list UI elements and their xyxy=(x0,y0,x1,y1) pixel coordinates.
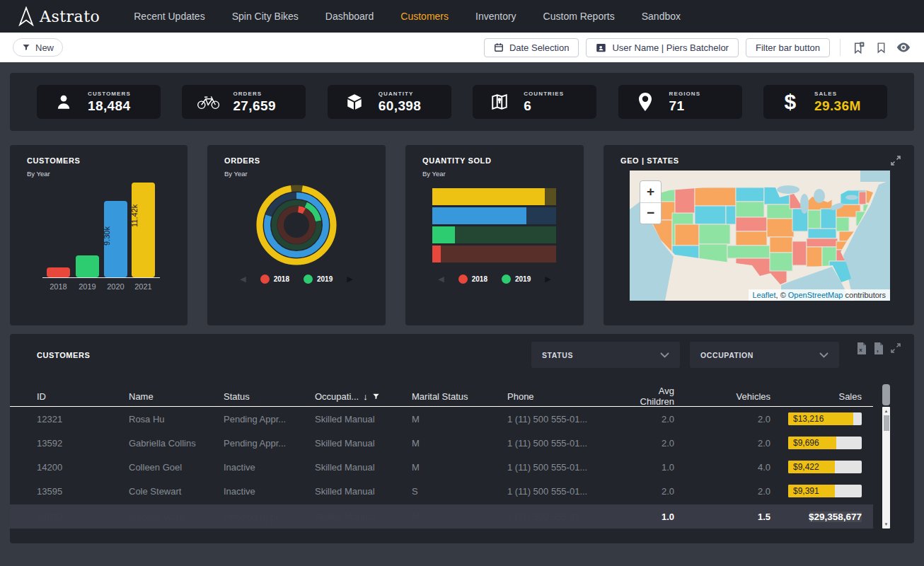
col-status[interactable]: Status xyxy=(224,391,315,402)
col-sales[interactable]: Sales xyxy=(770,391,862,402)
legend-item-2019[interactable]: 2019 xyxy=(304,275,333,284)
toolbar-right-group: Date Selection User Name | Piers Batchel… xyxy=(484,38,911,57)
filter-bar-button[interactable]: Filter bar button xyxy=(746,38,830,57)
totals-avg-children: 1.0 xyxy=(623,512,674,522)
sales-bar: $9,391 xyxy=(788,485,862,497)
kpi-value: 27,659 xyxy=(233,98,276,114)
dollar-icon: $ xyxy=(778,91,803,112)
astrato-dashboard: Astrato Recent Updates Spin City Bikes D… xyxy=(0,0,924,566)
status-filter-dropdown[interactable]: STATUS xyxy=(531,342,680,368)
chart-legend: ◀ 2018 2019 ▶ xyxy=(207,275,386,284)
table-totals-row: 1.0 1.5 $29,358,677 xyxy=(10,504,873,529)
us-states-map xyxy=(630,171,890,301)
legend-prev-arrow-icon[interactable]: ◀ xyxy=(438,275,444,283)
toolbar-divider xyxy=(840,39,841,56)
panel-subtitle: By Year xyxy=(422,170,446,178)
panel-title: CUSTOMERS xyxy=(27,156,80,165)
table-row[interactable]: 14200Colleen GoelInactive Skilled Manual… xyxy=(10,455,873,479)
expand-icon[interactable] xyxy=(890,155,901,166)
nav-item-customers[interactable]: Customers xyxy=(400,11,449,22)
bar-2018[interactable] xyxy=(47,267,70,277)
col-marital-status[interactable]: Marital Status xyxy=(412,391,507,402)
col-name[interactable]: Name xyxy=(129,391,224,402)
legend-next-arrow-icon[interactable]: ▶ xyxy=(545,275,550,283)
nav-item-inventory[interactable]: Inventory xyxy=(475,11,516,22)
table-action-icons: x , xyxy=(856,342,901,354)
panel-title: GEO | STATES xyxy=(620,156,679,165)
col-phone[interactable]: Phone xyxy=(507,391,623,402)
bookmark-add-icon[interactable] xyxy=(850,40,866,55)
expand-icon[interactable] xyxy=(890,342,901,354)
export-csv-icon[interactable]: , xyxy=(873,342,884,354)
legend-prev-arrow-icon[interactable]: ◀ xyxy=(240,275,246,283)
bar-2021[interactable] xyxy=(132,183,155,277)
kpi-orders: ORDERS 27,659 xyxy=(182,85,306,119)
qbar-2020[interactable] xyxy=(432,207,556,224)
col-occupation[interactable]: Occupati... ↓ xyxy=(315,391,412,402)
leaflet-map[interactable]: + − Leaflet, © OpenStreetMap contributor… xyxy=(630,171,890,301)
table-title: CUSTOMERS xyxy=(37,351,90,359)
package-icon xyxy=(342,93,367,111)
leaflet-link[interactable]: Leaflet xyxy=(753,291,776,299)
occupation-filter-dropdown[interactable]: OCCUPATION xyxy=(690,342,839,368)
kpi-value: 71 xyxy=(669,98,701,114)
column-filter-icon[interactable] xyxy=(372,393,380,400)
bookmark-icon[interactable] xyxy=(873,40,889,55)
legend-item-2018[interactable]: 2018 xyxy=(260,275,289,284)
legend-item-2018[interactable]: 2018 xyxy=(458,275,487,284)
qbar-2021[interactable] xyxy=(432,188,556,205)
brand-name: Astrato xyxy=(40,8,100,25)
bar-value-label: 9.30k xyxy=(103,226,111,246)
scrollbar-thumb[interactable] xyxy=(884,415,889,431)
user-name-button[interactable]: User Name | Piers Batchelor xyxy=(586,38,739,57)
kpi-value: 60,398 xyxy=(379,98,422,114)
qbar-2019[interactable] xyxy=(432,226,556,243)
map-icon xyxy=(487,93,512,111)
x-tick-2021: 2021 xyxy=(132,282,155,291)
kpi-strip: CUSTOMERS 18,484 ORDERS 27,659 QUANTITY … xyxy=(10,73,914,131)
legend-dot-red xyxy=(260,275,270,284)
map-zoom-control: + − xyxy=(640,180,662,224)
nav-item-sandbox[interactable]: Sandbox xyxy=(642,11,681,22)
bar-2019[interactable] xyxy=(76,255,99,277)
brand-logo[interactable]: Astrato xyxy=(17,6,100,26)
legend-dot-green xyxy=(304,275,313,284)
date-selection-button[interactable]: Date Selection xyxy=(484,38,579,57)
nav-item-spin-city-bikes[interactable]: Spin City Bikes xyxy=(232,11,299,22)
sales-bar: $9,422 xyxy=(788,461,862,473)
openstreetmap-link[interactable]: OpenStreetMap xyxy=(788,291,843,299)
bicycle-icon xyxy=(196,93,221,111)
nav-item-dashboard[interactable]: Dashboard xyxy=(325,11,374,22)
table-row[interactable]: 13592Gabriella CollinsPending Appr... Sk… xyxy=(10,431,873,455)
eye-icon[interactable] xyxy=(896,40,911,55)
nav-item-custom-reports[interactable]: Custom Reports xyxy=(543,11,615,22)
col-id[interactable]: ID xyxy=(37,391,129,402)
nav-item-recent-updates[interactable]: Recent Updates xyxy=(134,11,204,22)
svg-text:x: x xyxy=(859,347,862,353)
col-vehicles[interactable]: Vehicles xyxy=(674,391,770,402)
chart-legend: ◀ 2018 2019 ▶ xyxy=(405,275,584,284)
table-row[interactable]: 12321Rosa HuPending Appr... Skilled Manu… xyxy=(10,407,873,431)
kpi-regions: REGIONS 71 xyxy=(618,85,742,119)
chevron-down-icon xyxy=(660,352,669,358)
export-excel-icon[interactable]: x xyxy=(856,342,867,354)
kpi-value: 18,484 xyxy=(88,98,131,114)
sort-desc-icon[interactable]: ↓ xyxy=(363,391,368,402)
scrollbar-corner[interactable] xyxy=(882,384,890,405)
x-axis-line xyxy=(42,277,160,278)
table-scrollbar[interactable]: ▲ ▼ xyxy=(882,407,890,529)
legend-next-arrow-icon[interactable]: ▶ xyxy=(347,275,352,283)
table-row[interactable]: 13595Cole StewartInactive Skilled Manual… xyxy=(10,479,873,503)
customers-bar-chart-panel: CUSTOMERS By Year 9.30k 11.42k 2018 2019… xyxy=(10,145,187,325)
scroll-down-icon[interactable]: ▼ xyxy=(882,522,890,526)
zoom-out-button[interactable]: − xyxy=(640,203,661,224)
legend-item-2019[interactable]: 2019 xyxy=(502,275,531,284)
orders-radial-chart-panel: ORDERS By Year ◀ 2018 2019 ▶ xyxy=(207,145,386,325)
col-avg-children[interactable]: Avg Children xyxy=(623,386,674,407)
new-filter-button[interactable]: New xyxy=(13,38,63,57)
zoom-in-button[interactable]: + xyxy=(640,181,661,203)
legend-dot-green xyxy=(502,275,511,284)
x-tick-2019: 2019 xyxy=(76,282,99,291)
scroll-up-icon[interactable]: ▲ xyxy=(882,409,890,413)
qbar-2018[interactable] xyxy=(432,246,556,262)
